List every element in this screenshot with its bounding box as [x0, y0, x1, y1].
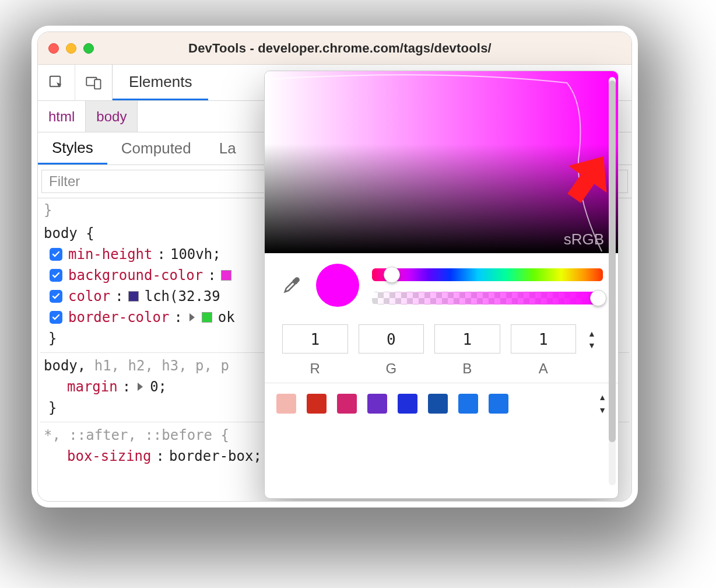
property-toggle-checkbox[interactable] [50, 269, 62, 282]
color-r-label: R [282, 360, 348, 377]
property-toggle-checkbox[interactable] [50, 290, 62, 303]
close-window-button[interactable] [48, 43, 59, 54]
css-property-value[interactable]: 0; [150, 376, 167, 397]
subtab-layout[interactable]: La [205, 132, 250, 164]
color-g-input[interactable]: 0 [359, 324, 424, 354]
device-toggle-icon[interactable] [75, 65, 113, 100]
palette-swatch[interactable] [367, 394, 387, 414]
subtab-computed[interactable]: Computed [107, 132, 205, 164]
chevron-up-icon[interactable]: ▲ [598, 393, 606, 402]
property-toggle-checkbox[interactable] [50, 248, 62, 261]
devtools-window: DevTools - developer.chrome.com/tags/dev… [37, 32, 632, 502]
expand-shorthand-icon[interactable] [138, 383, 143, 391]
palette-swatch[interactable] [428, 394, 448, 414]
css-property-name[interactable]: border-color [68, 307, 169, 328]
traffic-lights [48, 43, 94, 54]
color-a-label: A [511, 360, 577, 377]
color-swatch-icon[interactable] [202, 312, 212, 323]
popover-scrollbar[interactable] [609, 77, 616, 485]
scrollbar-thumb[interactable] [609, 80, 616, 442]
color-picker-popover: sRGB [264, 71, 619, 499]
css-property-name[interactable]: min-height [68, 244, 153, 265]
palette-swatch[interactable] [398, 394, 417, 414]
gamut-label: sRGB [564, 230, 604, 249]
window-title: DevTools - developer.chrome.com/tags/dev… [103, 41, 577, 56]
color-format-stepper[interactable]: ▲ ▼ [588, 330, 603, 349]
palette-swatch[interactable] [458, 394, 478, 414]
css-property-value[interactable]: lch(32.39 [145, 286, 220, 307]
hue-slider[interactable] [372, 268, 603, 281]
color-a-input[interactable]: 1 [511, 324, 577, 354]
palette-swatch[interactable] [489, 394, 508, 414]
palette-swatch[interactable] [337, 394, 357, 414]
color-swatch-icon[interactable] [128, 291, 139, 302]
color-b-input[interactable]: 1 [434, 324, 500, 354]
palette-swatch[interactable] [307, 394, 327, 414]
property-toggle-checkbox[interactable] [50, 311, 62, 324]
css-property-name[interactable]: color [68, 286, 110, 307]
palette-stepper[interactable]: ▲ ▼ [598, 393, 606, 415]
breadcrumb-body[interactable]: body [85, 101, 138, 132]
zoom-window-button[interactable] [83, 43, 94, 54]
color-g-label: G [359, 360, 424, 377]
expand-shorthand-icon[interactable] [189, 313, 195, 321]
svg-rect-2 [94, 79, 100, 89]
breadcrumb-html[interactable]: html [38, 101, 85, 132]
color-values-row: 1 R 0 G 1 B 1 A [265, 312, 618, 383]
css-property-name[interactable]: box-sizing [67, 446, 152, 467]
css-property-name[interactable]: background-color [68, 265, 203, 286]
css-property-name[interactable]: margin [67, 376, 118, 397]
minimize-window-button[interactable] [66, 43, 76, 54]
eyedropper-icon[interactable] [280, 274, 303, 297]
css-property-value[interactable]: border-box; [169, 446, 262, 467]
titlebar: DevTools - developer.chrome.com/tags/dev… [38, 32, 631, 65]
chevron-up-icon[interactable]: ▲ [588, 330, 603, 337]
palette-swatch[interactable] [276, 394, 296, 414]
css-property-value[interactable]: 100vh; [170, 244, 221, 265]
tab-elements[interactable]: Elements [113, 65, 208, 100]
chevron-down-icon[interactable]: ▼ [598, 405, 606, 415]
spectrum-area[interactable]: sRGB [265, 71, 618, 253]
palette-row: ▲ ▼ [265, 383, 618, 422]
color-r-input[interactable]: 1 [282, 324, 348, 354]
css-property-value[interactable]: ok [218, 307, 235, 328]
current-color-swatch [316, 264, 359, 307]
color-b-label: B [434, 360, 500, 377]
panel-tabs: Elements [113, 65, 208, 100]
alpha-slider[interactable] [372, 292, 603, 304]
color-swatch-icon[interactable] [221, 270, 231, 281]
subtab-styles[interactable]: Styles [38, 132, 107, 164]
inspect-element-icon[interactable] [38, 65, 75, 100]
chevron-down-icon[interactable]: ▼ [588, 342, 603, 349]
